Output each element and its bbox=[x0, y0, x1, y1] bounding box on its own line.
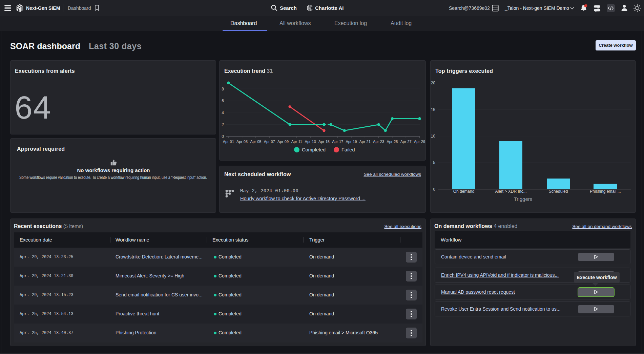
svg-text:Completed: Completed bbox=[302, 147, 326, 152]
svg-text:Scheduled: Scheduled bbox=[549, 189, 568, 194]
svg-text:Apr-05: Apr-05 bbox=[250, 140, 261, 144]
svg-text:Apr-15: Apr-15 bbox=[318, 140, 330, 144]
svg-text:0: 0 bbox=[222, 134, 224, 139]
svg-text:Apr-03: Apr-03 bbox=[236, 140, 248, 144]
svg-text:5: 5 bbox=[433, 160, 435, 165]
svg-text:Apr-27: Apr-27 bbox=[400, 140, 412, 144]
svg-text:Apr-13: Apr-13 bbox=[305, 140, 316, 144]
svg-text:Apr-07: Apr-07 bbox=[264, 140, 275, 144]
svg-text:4: 4 bbox=[222, 110, 224, 115]
svg-text:6: 6 bbox=[222, 99, 224, 103]
svg-text:Apr-25: Apr-25 bbox=[387, 140, 398, 144]
svg-text:Apr-01: Apr-01 bbox=[223, 140, 234, 144]
svg-text:Apr-23: Apr-23 bbox=[373, 140, 384, 144]
svg-text:8: 8 bbox=[222, 87, 224, 91]
svg-text:Apr-17: Apr-17 bbox=[332, 140, 343, 144]
svg-text:Failed: Failed bbox=[341, 147, 355, 152]
svg-text:Alert > XDR Inc...: Alert > XDR Inc... bbox=[495, 189, 526, 194]
svg-text:Apr-21: Apr-21 bbox=[359, 140, 371, 144]
svg-text:2: 2 bbox=[222, 122, 224, 127]
svg-text:Triggers: Triggers bbox=[514, 196, 532, 202]
svg-text:Apr-19: Apr-19 bbox=[346, 140, 357, 144]
svg-text:Apr-29: Apr-29 bbox=[414, 140, 425, 144]
svg-text:Apr-11: Apr-11 bbox=[291, 140, 302, 144]
svg-text:0: 0 bbox=[433, 187, 435, 192]
svg-text:Phishing email ...: Phishing email ... bbox=[590, 189, 621, 194]
svg-text:15: 15 bbox=[431, 107, 436, 112]
svg-text:10: 10 bbox=[431, 134, 436, 139]
svg-text:Apr-09: Apr-09 bbox=[277, 140, 289, 144]
svg-text:On demand: On demand bbox=[453, 189, 475, 194]
svg-text:20: 20 bbox=[431, 81, 436, 85]
